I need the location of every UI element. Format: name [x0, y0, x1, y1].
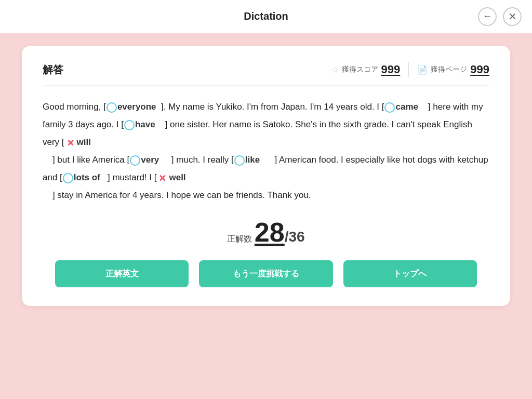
- correct-count-label: 正解数: [227, 234, 252, 243]
- answer-everyone: everyone: [117, 102, 156, 112]
- header-actions: ← ✕: [478, 7, 522, 26]
- back-icon: ←: [483, 11, 492, 22]
- score-label: 獲得スコア: [342, 65, 378, 74]
- circle-correct-1: [107, 102, 117, 113]
- main-content: 解答 ☆ 獲得スコア 999 📄 獲得ページ 999 Good morning,…: [0, 33, 532, 399]
- dictation-text: Good morning, [everyone ]. My name is Yu…: [43, 98, 489, 204]
- retry-button[interactable]: もう一度挑戦する: [199, 260, 332, 287]
- page-item: 📄 獲得ページ 999: [417, 63, 489, 76]
- card-title: 解答: [43, 63, 63, 77]
- answer-lots-of: lots of: [74, 172, 100, 182]
- total-count: /36: [285, 229, 305, 245]
- answer-will: will: [77, 137, 91, 147]
- answer-very: very: [141, 155, 159, 165]
- answer-came: came: [395, 102, 418, 112]
- correct-english-button[interactable]: 正解英文: [55, 260, 189, 287]
- answer-well: well: [169, 172, 185, 182]
- circle-correct-4: [130, 155, 140, 166]
- correct-count-value: 28: [255, 217, 285, 247]
- score-value: 999: [381, 63, 401, 76]
- cross-wrong-1: [65, 137, 76, 149]
- star-icon: ☆: [331, 65, 339, 75]
- circle-correct-3: [124, 120, 135, 130]
- circle-correct-2: [384, 102, 395, 113]
- close-icon: ✕: [509, 11, 516, 22]
- page-label: 獲得ページ: [431, 65, 467, 74]
- header: Dictation ← ✕: [0, 0, 532, 33]
- button-row: 正解英文 もう一度挑戦する トップへ: [43, 260, 489, 287]
- result-card: 解答 ☆ 獲得スコア 999 📄 獲得ページ 999 Good morning,…: [22, 46, 510, 306]
- circle-correct-6: [63, 173, 73, 183]
- cross-wrong-2: [157, 172, 168, 184]
- page-icon: 📄: [417, 65, 428, 75]
- circle-correct-5: [234, 155, 245, 166]
- score-item: ☆ 獲得スコア 999: [331, 63, 401, 76]
- score-summary: 正解数 28/36: [43, 217, 489, 248]
- top-button[interactable]: トップへ: [343, 260, 477, 287]
- answer-have: have: [135, 119, 155, 129]
- score-divider: [408, 62, 409, 77]
- answer-like: like: [245, 155, 260, 165]
- score-area: ☆ 獲得スコア 999 📄 獲得ページ 999: [331, 62, 489, 77]
- card-header: 解答 ☆ 獲得スコア 999 📄 獲得ページ 999: [43, 62, 489, 86]
- back-button[interactable]: ←: [478, 7, 497, 26]
- page-title: Dictation: [244, 10, 288, 22]
- close-button[interactable]: ✕: [503, 7, 522, 26]
- page-value: 999: [470, 63, 489, 76]
